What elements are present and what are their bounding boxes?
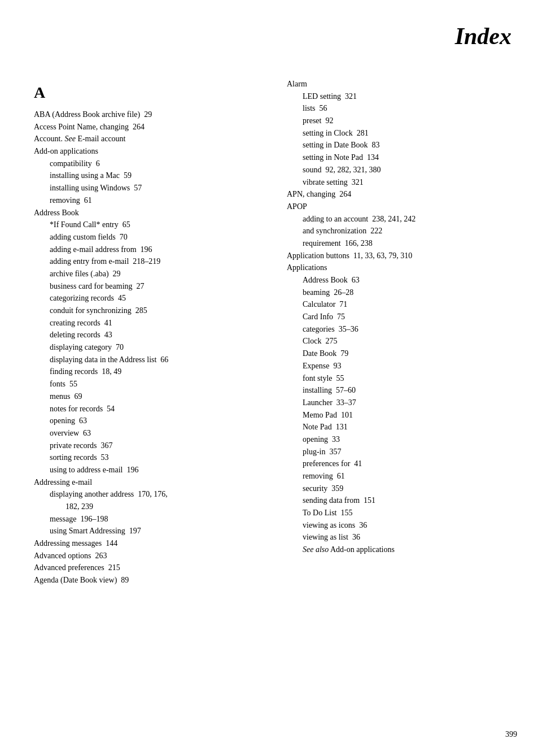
list-item: Advanced options 263 bbox=[34, 550, 264, 562]
list-item: and synchronization 222 bbox=[287, 225, 517, 237]
list-item: Alarm bbox=[287, 78, 517, 90]
list-item: installing 57–60 bbox=[287, 384, 517, 397]
list-item: viewing as icons 36 bbox=[287, 519, 517, 532]
list-item: removing 61 bbox=[287, 470, 517, 483]
list-item: Address Book bbox=[34, 207, 264, 219]
list-item: adding to an account 238, 241, 242 bbox=[287, 213, 517, 225]
list-item: installing using Windows 57 bbox=[34, 182, 264, 194]
page-number: 399 bbox=[505, 730, 517, 739]
list-item: Date Book 79 bbox=[287, 347, 517, 360]
page: Index A ABA (Address Book archive file) … bbox=[0, 0, 551, 756]
list-item: notes for records 54 bbox=[34, 403, 264, 415]
list-item: categorizing records 45 bbox=[34, 292, 264, 305]
list-item: setting in Date Book 83 bbox=[287, 139, 517, 151]
list-item: Launcher 33–37 bbox=[287, 397, 517, 409]
list-item: displaying data in the Address list 66 bbox=[34, 354, 264, 366]
list-item: plug-in 357 bbox=[287, 446, 517, 458]
list-item: requirement 166, 238 bbox=[287, 237, 517, 250]
list-item: opening 63 bbox=[34, 415, 264, 427]
list-item: creating records 41 bbox=[34, 317, 264, 329]
list-item: business card for beaming 27 bbox=[34, 280, 264, 293]
list-item: adding custom fields 70 bbox=[34, 231, 264, 244]
list-item: To Do List 155 bbox=[287, 507, 517, 519]
list-item: LED setting 321 bbox=[287, 90, 517, 103]
list-item: finding records 18, 49 bbox=[34, 366, 264, 378]
page-title: Index bbox=[34, 23, 517, 50]
list-item: Add-on applications bbox=[34, 145, 264, 158]
list-item: displaying another address 170, 176, bbox=[34, 488, 264, 501]
list-item: using to address e-mail 196 bbox=[34, 464, 264, 476]
list-item: ABA (Address Book archive file) 29 bbox=[34, 108, 264, 121]
list-item: adding e-mail address from 196 bbox=[34, 244, 264, 256]
list-item: displaying category 70 bbox=[34, 341, 264, 354]
list-item: vibrate setting 321 bbox=[287, 176, 517, 189]
list-item: fonts 55 bbox=[34, 378, 264, 390]
list-item: conduit for synchronizing 285 bbox=[34, 305, 264, 317]
list-item: setting in Note Pad 134 bbox=[287, 151, 517, 164]
list-item: Expense 93 bbox=[287, 360, 517, 372]
list-item: message 196–198 bbox=[34, 513, 264, 525]
list-item: installing using a Mac 59 bbox=[34, 170, 264, 182]
list-item: APN, changing 264 bbox=[287, 188, 517, 201]
list-item: sorting records 53 bbox=[34, 451, 264, 464]
list-item: Calculator 71 bbox=[287, 298, 517, 311]
index-entries-left: ABA (Address Book archive file) 29 Acces… bbox=[34, 108, 264, 586]
list-item: Address Book 63 bbox=[287, 274, 517, 286]
list-item: opening 33 bbox=[287, 433, 517, 446]
list-item: setting in Clock 281 bbox=[287, 127, 517, 140]
list-item: Advanced preferences 215 bbox=[34, 562, 264, 574]
list-item: preset 92 bbox=[287, 115, 517, 127]
list-item: lists 56 bbox=[287, 102, 517, 115]
list-item: security 359 bbox=[287, 483, 517, 495]
list-item: Agenda (Date Book view) 89 bbox=[34, 574, 264, 586]
list-item: See also Add-on applications bbox=[287, 544, 517, 556]
list-item: font style 55 bbox=[287, 372, 517, 385]
list-item: adding entry from e-mail 218–219 bbox=[34, 255, 264, 268]
section-letter-a: A bbox=[34, 84, 264, 102]
list-item: Memo Pad 101 bbox=[287, 409, 517, 422]
list-item: overview 63 bbox=[34, 427, 264, 440]
list-item: Addressing messages 144 bbox=[34, 537, 264, 550]
list-item: sound 92, 282, 321, 380 bbox=[287, 164, 517, 176]
list-item: deleting records 43 bbox=[34, 329, 264, 341]
index-entries-right: Alarm LED setting 321 lists 56 preset 92… bbox=[287, 78, 517, 556]
list-item: menus 69 bbox=[34, 390, 264, 403]
list-item: 182, 239 bbox=[34, 501, 264, 513]
list-item: Clock 275 bbox=[287, 335, 517, 347]
list-item: private records 367 bbox=[34, 440, 264, 452]
list-item: preferences for 41 bbox=[287, 458, 517, 470]
list-item: removing 61 bbox=[34, 194, 264, 207]
list-item: Application buttons 11, 33, 63, 79, 310 bbox=[287, 250, 517, 262]
list-item: Card Info 75 bbox=[287, 311, 517, 323]
list-item: using Smart Addressing 197 bbox=[34, 525, 264, 537]
list-item: archive files (.aba) 29 bbox=[34, 268, 264, 280]
list-item: sending data from 151 bbox=[287, 494, 517, 507]
index-columns: A ABA (Address Book archive file) 29 Acc… bbox=[34, 78, 517, 586]
list-item: compatibility 6 bbox=[34, 158, 264, 170]
list-item: Addressing e-mail bbox=[34, 476, 264, 489]
list-item: Account. See E-mail account bbox=[34, 133, 264, 145]
list-item: *If Found Call* entry 65 bbox=[34, 219, 264, 231]
list-item: Applications bbox=[287, 262, 517, 274]
left-column: A ABA (Address Book archive file) 29 Acc… bbox=[34, 78, 264, 586]
right-column: Alarm LED setting 321 lists 56 preset 92… bbox=[287, 78, 517, 556]
list-item: Access Point Name, changing 264 bbox=[34, 121, 264, 133]
list-item: viewing as list 36 bbox=[287, 531, 517, 544]
list-item: categories 35–36 bbox=[287, 323, 517, 336]
list-item: beaming 26–28 bbox=[287, 286, 517, 299]
list-item: APOP bbox=[287, 201, 517, 213]
list-item: Note Pad 131 bbox=[287, 421, 517, 433]
